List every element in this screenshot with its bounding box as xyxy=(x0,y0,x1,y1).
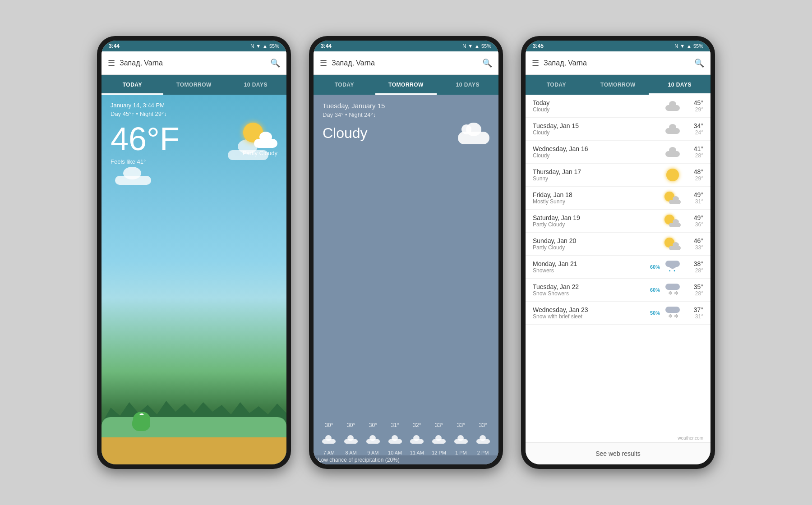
search-icon-1[interactable]: 🔍 xyxy=(270,58,280,68)
tenday-icon-area-7: • • xyxy=(664,261,682,273)
tenday-day-name-8: Tuesday, Jan 22 xyxy=(533,283,641,290)
hourly-temp-7: 33° xyxy=(472,422,494,428)
tomorrow-range: Day 34° • Night 24°↓ xyxy=(323,111,489,118)
search-bar-1[interactable]: ☰ Запад, Varna 🔍 xyxy=(102,51,286,75)
signal-icon: ▲ xyxy=(263,43,268,49)
tenday-icon-area-1 xyxy=(664,124,682,134)
small-cloud-icon-6 xyxy=(454,435,468,444)
tenday-temps-9: 37°31° xyxy=(685,306,703,320)
phone-1: 3:44 N ▼ ▲ 55% ☰ Запад, Varna 🔍 TODAY TO… xyxy=(97,36,291,469)
tenday-icon-area-4 xyxy=(664,192,682,204)
rain-icon-7: • • xyxy=(665,261,680,273)
hourly-label-1: 8 AM xyxy=(340,450,362,455)
tenday-low-1: 24° xyxy=(685,129,703,136)
tenday-condition-2: Cloudy xyxy=(533,152,641,159)
hourly-temp-4: 32° xyxy=(406,422,428,428)
tenday-day-info-9: Wednesday, Jan 23Snow with brief sleet xyxy=(533,306,641,320)
tenday-temps-1: 34°24° xyxy=(685,122,703,136)
notification-icon-3: N xyxy=(674,43,678,49)
tenday-day-info-3: Thursday, Jan 17Sunny xyxy=(533,168,641,182)
hourly-labels-row: 7 AM 8 AM 9 AM 10 AM 11 AM 12 PM 1 PM 2 … xyxy=(314,450,498,455)
tab-tomorrow-1[interactable]: TOMORROW xyxy=(163,75,225,95)
hourly-icon-6 xyxy=(450,435,472,444)
small-cloud-icon-1 xyxy=(344,435,358,444)
tab-today-1[interactable]: TODAY xyxy=(102,75,163,95)
tenday-low-5: 36° xyxy=(685,221,703,228)
today-icon-area: Partly Cloudy xyxy=(180,121,277,156)
tenday-high-3: 48° xyxy=(685,168,703,175)
wifi-icon-3: ▼ xyxy=(680,43,685,49)
tomorrow-condition-row: Cloudy xyxy=(323,122,489,144)
hourly-label-7: 2 PM xyxy=(472,450,494,455)
hourly-label-4: 11 AM xyxy=(406,450,428,455)
hourly-temp-5: 33° xyxy=(428,422,450,428)
tenday-icon-area-0 xyxy=(664,101,682,111)
cloud-icon-1 xyxy=(665,124,680,134)
location-text-1: Запад, Varna xyxy=(120,59,266,67)
battery-icon: 55% xyxy=(269,43,279,49)
small-cloud-icon-7 xyxy=(476,435,490,444)
tab-tomorrow-2[interactable]: TOMORROW xyxy=(375,75,437,95)
tenday-day-name-5: Saturday, Jan 19 xyxy=(533,214,641,221)
tenday-day-name-0: Today xyxy=(533,99,641,106)
tenday-row-8: Tuesday, Jan 22Snow Showers60%❄ ✻35°28° xyxy=(526,279,710,302)
today-content: January 14, 3:44 PM Day 45°↑ • Night 29°… xyxy=(102,95,286,464)
small-cloud-icon-0 xyxy=(322,435,336,444)
status-bar-3: 3:45 N ▼ ▲ 55% xyxy=(526,41,710,51)
tenday-day-info-7: Monday, Jan 21Showers xyxy=(533,260,641,274)
tab-10days-3[interactable]: 10 DAYS xyxy=(649,75,710,95)
snow-icon-9: ❄ ✻ xyxy=(665,307,680,319)
tenday-temps-4: 49°31° xyxy=(685,191,703,205)
hamburger-icon-2[interactable]: ☰ xyxy=(320,58,327,68)
tenday-day-name-2: Wednesday, Jan 16 xyxy=(533,145,641,152)
see-web-results-button[interactable]: See web results xyxy=(526,442,710,464)
tenday-condition-8: Snow Showers xyxy=(533,290,641,297)
tenday-low-6: 33° xyxy=(685,244,703,251)
tenday-high-6: 46° xyxy=(685,237,703,244)
hourly-temp-3: 31° xyxy=(384,422,406,428)
precip-text: Low chance of precipitation (20%) xyxy=(318,457,400,463)
frog-character xyxy=(129,412,156,436)
precipitation-bar: Low chance of precipitation (20%) xyxy=(314,455,498,464)
tenday-day-name-1: Tuesday, Jan 15 xyxy=(533,122,641,129)
hamburger-icon-1[interactable]: ☰ xyxy=(108,58,115,68)
tenday-condition-3: Sunny xyxy=(533,175,641,182)
search-icon-3[interactable]: 🔍 xyxy=(694,58,704,68)
tenday-day-info-4: Friday, Jan 18Mostly Sunny xyxy=(533,191,641,205)
hourly-icon-0 xyxy=(318,435,340,444)
tenday-temps-7: 38°28° xyxy=(685,260,703,274)
tab-10days-1[interactable]: 10 DAYS xyxy=(225,75,286,95)
status-time-3: 3:45 xyxy=(533,43,544,49)
small-cloud-icon-4 xyxy=(410,435,424,444)
tab-10days-2[interactable]: 10 DAYS xyxy=(437,75,498,95)
tab-today-2[interactable]: TODAY xyxy=(314,75,375,95)
tab-tomorrow-3[interactable]: TOMORROW xyxy=(587,75,649,95)
tenday-day-info-0: TodayCloudy xyxy=(533,99,641,113)
tenday-low-2: 28° xyxy=(685,152,703,159)
battery-icon-3: 55% xyxy=(693,43,703,49)
phone-2: 3:44 N ▼ ▲ 55% ☰ Запад, Varna 🔍 TODAY TO… xyxy=(309,36,503,469)
tenday-low-9: 31° xyxy=(685,313,703,320)
location-text-3: Запад, Varna xyxy=(544,59,690,67)
tenday-high-8: 35° xyxy=(685,283,703,290)
search-bar-2[interactable]: ☰ Запад, Varna 🔍 xyxy=(314,51,498,75)
sky-cloud-left xyxy=(115,167,151,185)
tab-today-3[interactable]: TODAY xyxy=(526,75,587,95)
signal-icon-2: ▲ xyxy=(475,43,480,49)
tenday-day-info-2: Wednesday, Jan 16Cloudy xyxy=(533,145,641,159)
search-icon-2[interactable]: 🔍 xyxy=(482,58,492,68)
small-cloud-icon-5 xyxy=(432,435,446,444)
search-bar-3[interactable]: ☰ Запад, Varna 🔍 xyxy=(526,51,710,75)
cloud-part xyxy=(254,133,277,148)
tenday-condition-4: Mostly Sunny xyxy=(533,198,641,205)
hourly-icon-5 xyxy=(428,435,450,444)
hourly-temp-2: 30° xyxy=(362,422,384,428)
hourly-icons-row xyxy=(314,435,498,444)
snow-icon-8: ❄ ✻ xyxy=(665,284,680,296)
hamburger-icon-3[interactable]: ☰ xyxy=(532,58,539,68)
small-cloud-icon-3 xyxy=(388,435,402,444)
tenday-icon-area-9: ❄ ✻ xyxy=(664,307,682,319)
tenday-low-3: 29° xyxy=(685,175,703,182)
status-time-2: 3:44 xyxy=(321,43,332,49)
tenday-temps-5: 49°36° xyxy=(685,214,703,228)
